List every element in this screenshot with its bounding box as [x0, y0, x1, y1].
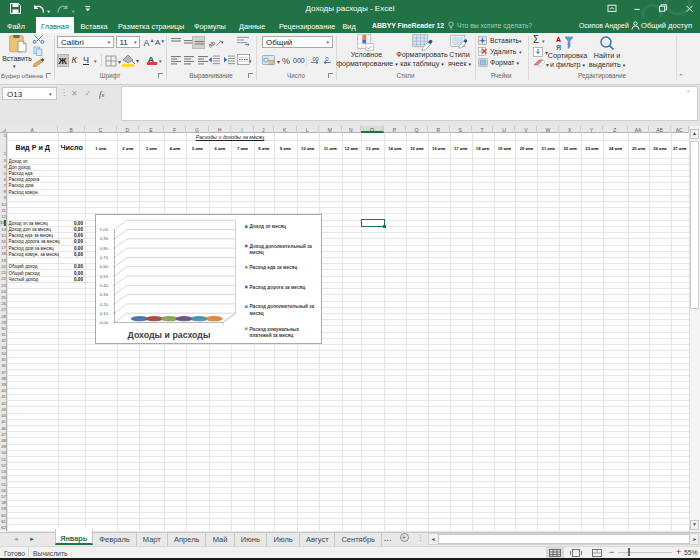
svg-text:0,40: 0,40: [100, 283, 109, 288]
svg-text:1,00: 1,00: [100, 227, 109, 232]
svg-text:Доходы и расходы: Доходы и расходы: [128, 330, 211, 340]
svg-text:платежей за месяц: платежей за месяц: [250, 332, 294, 338]
svg-text:месяц: месяц: [250, 250, 264, 255]
svg-text:0,60: 0,60: [100, 264, 109, 269]
svg-text:0,70: 0,70: [100, 255, 109, 260]
svg-text:Расход дорога за месяц: Расход дорога за месяц: [250, 285, 306, 290]
svg-text:Доход зп месяц: Доход зп месяц: [250, 224, 287, 229]
svg-text:,00: ,00: [311, 55, 319, 61]
svg-text:0,00: 0,00: [100, 320, 109, 325]
svg-text:Расход комунальных: Расход комунальных: [250, 327, 300, 332]
svg-text:месяц: месяц: [250, 311, 264, 316]
svg-text:000: 000: [293, 57, 305, 64]
svg-text:0,50: 0,50: [100, 274, 109, 279]
svg-text:▾: ▾: [136, 58, 139, 64]
svg-text:ab: ab: [208, 39, 217, 49]
svg-text:%: %: [282, 56, 290, 66]
svg-text:▾: ▾: [277, 58, 280, 64]
svg-text:0,90: 0,90: [100, 236, 109, 241]
svg-text:Расход дополнительный за: Расход дополнительный за: [250, 303, 315, 309]
svg-text:Расход еда за месяц: Расход еда за месяц: [250, 265, 298, 270]
svg-text:А: А: [556, 36, 561, 43]
svg-text:Я: Я: [556, 44, 561, 51]
svg-text:0,80: 0,80: [100, 246, 109, 251]
svg-text:0,10: 0,10: [100, 311, 109, 316]
svg-text:0,20: 0,20: [100, 302, 109, 307]
svg-text:Доход дополнительный за: Доход дополнительный за: [250, 243, 313, 249]
svg-text:0,30: 0,30: [100, 292, 109, 297]
